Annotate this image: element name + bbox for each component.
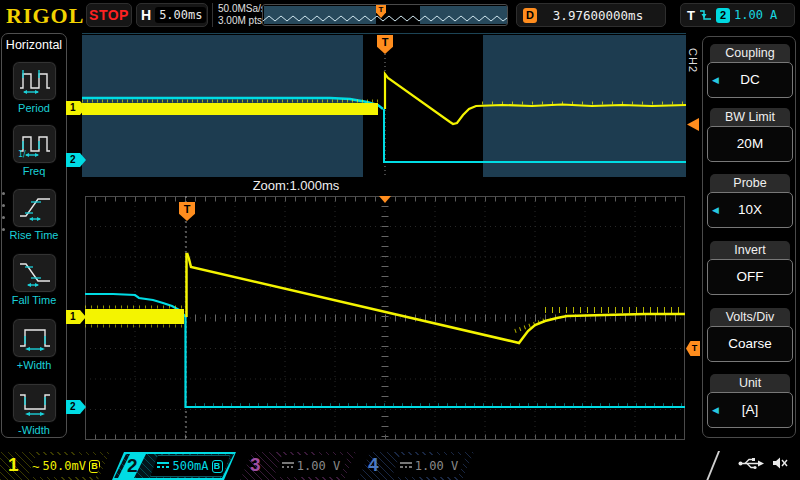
freq-label: Freq (2, 165, 66, 177)
bw-limit-value: 20M (737, 136, 763, 151)
ac-coupling-icon: ~ (32, 459, 40, 474)
menu-item-invert[interactable]: Invert OFF (703, 241, 797, 295)
zoom-ch2-position-marker[interactable]: 2 (66, 400, 86, 414)
left-menu-title: Horizontal (2, 38, 66, 52)
invert-title: Invert (710, 241, 790, 259)
dc-coupling-icon (157, 462, 169, 470)
run-state-indicator[interactable]: STOP (86, 3, 132, 27)
plus-width-icon (17, 322, 53, 354)
period-icon (17, 65, 53, 97)
bw-limit-title: BW Limit (710, 108, 790, 126)
zoom-waveform-plot (85, 196, 685, 440)
trigger-source-badge: 2 (716, 8, 730, 23)
oscilloscope-screen: RIGOL STOP H 5.00ms 50.0MSa/s 3.00M pts … (0, 0, 800, 480)
zoom-ch1-position-marker[interactable]: 1 (66, 310, 86, 324)
zoom-center-marker (379, 196, 391, 203)
bottom-bar-divider (706, 451, 720, 480)
zoom-waveform-area (85, 196, 685, 440)
channel2-bw-limit-badge: B (212, 460, 223, 473)
chevron-left-icon: ◀ (712, 63, 719, 97)
channel3-scale-value: 1.00 V (297, 459, 340, 473)
left-page-dot (2, 228, 5, 231)
horizontal-timebase-box[interactable]: H 5.00ms (136, 3, 208, 27)
channel4-number: 4 (368, 454, 379, 476)
freq-button[interactable]: 1/ (12, 124, 57, 164)
channel1-bw-limit-badge: B (89, 460, 100, 473)
left-function-menu: Horizontal Period 1/ Freq (1, 33, 67, 438)
volts-div-value: Coarse (728, 336, 772, 351)
unit-title: Unit (710, 374, 790, 392)
falling-edge-icon (699, 8, 712, 22)
menu-item-unit[interactable]: Unit ◀ [A] (703, 374, 797, 428)
main-waveform-area (82, 33, 686, 176)
unit-value: [A] (742, 402, 759, 417)
rise-time-label: Rise Time (2, 229, 66, 241)
minus-width-label: -Width (2, 424, 66, 436)
menu-item-volts-div[interactable]: Volts/Div Coarse (703, 308, 797, 362)
channel2-number-wedge: 2 (118, 454, 146, 478)
speaker-muted-icon[interactable] (772, 456, 789, 470)
chevron-left-icon: ◀ (712, 193, 719, 227)
waveform-overview-thumbnail: T (262, 4, 508, 26)
channel4-status-block[interactable]: 4 1.00 V (358, 452, 474, 480)
trigger-level-value: 1.00 A (734, 8, 777, 22)
delay-value: 3.97600000ms (537, 8, 659, 23)
run-state-label: STOP (89, 7, 129, 23)
menu-item-probe[interactable]: Probe ◀ 10X (703, 174, 797, 228)
channel-status-bar: 1 ~ 50.0mV B 2 500mA B 3 (0, 452, 800, 480)
channel2-scale-value: 500mA (172, 459, 208, 473)
fall-time-label: Fall Time (2, 294, 66, 306)
rise-time-icon (17, 192, 53, 224)
delay-label: D (523, 8, 537, 23)
plus-width-button[interactable] (12, 318, 57, 358)
invert-value: OFF (737, 269, 764, 284)
minus-width-button[interactable] (12, 383, 57, 423)
period-button[interactable] (12, 61, 57, 101)
right-softkey-menu: Coupling ◀ DC BW Limit 20M Probe ◀ 10X I… (702, 36, 796, 438)
chevron-left-icon: ◀ (712, 393, 719, 427)
menu-item-bw-limit[interactable]: BW Limit 20M (703, 108, 797, 162)
trigger-level-arrow[interactable] (687, 118, 699, 131)
delay-readout-box[interactable]: D 3.97600000ms (516, 3, 666, 27)
sample-rate: 50.0MSa/s (218, 3, 266, 15)
freq-icon: 1/ (17, 128, 53, 160)
dc-coupling-icon (282, 462, 294, 470)
period-label: Period (2, 102, 66, 114)
channel-vertical-label: CH2 (687, 48, 699, 73)
horizontal-label: H (141, 7, 151, 23)
channel3-status-block[interactable]: 3 1.00 V (240, 452, 356, 480)
probe-title: Probe (710, 174, 790, 192)
channel1-number: 1 (8, 454, 19, 476)
channel4-scale-value: 1.00 V (415, 459, 458, 473)
fall-time-button[interactable] (12, 253, 57, 293)
probe-value: 10X (738, 202, 762, 217)
channel1-scale-value: 50.0mV (43, 459, 86, 473)
timebase-value: 5.00ms (155, 7, 206, 23)
top-status-bar: RIGOL STOP H 5.00ms 50.0MSa/s 3.00M pts … (0, 0, 800, 31)
main-waveform-plot (82, 34, 686, 177)
channel3-number: 3 (250, 454, 261, 476)
zoom-trigger-level-marker[interactable]: T (686, 341, 700, 356)
dc-coupling-icon (400, 462, 412, 470)
channel2-number: 2 (127, 455, 138, 477)
left-page-dot (2, 192, 5, 195)
channel1-status-block[interactable]: 1 ~ 50.0mV B (0, 452, 110, 480)
zoom-scale-label: Zoom:1.000ms (196, 178, 396, 193)
channel2-status-block[interactable]: 2 500mA B (112, 452, 236, 480)
memory-depth: 3.00M pts (218, 15, 266, 27)
rise-time-button[interactable] (12, 188, 57, 228)
left-page-dot (2, 204, 5, 207)
fall-time-icon (17, 257, 53, 289)
trigger-label: T (687, 8, 695, 23)
acquisition-info: 50.0MSa/s 3.00M pts (212, 3, 266, 27)
trigger-readout-box[interactable]: T 2 1.00 A (680, 3, 795, 27)
channel2-inner: 2 500mA B (114, 454, 234, 478)
minus-width-icon (17, 387, 53, 419)
rigol-logo: RIGOL (6, 3, 84, 29)
svg-text:1/: 1/ (18, 150, 26, 159)
usb-icon[interactable] (738, 457, 764, 470)
plus-width-label: +Width (2, 359, 66, 371)
left-page-dot (2, 216, 5, 219)
coupling-value: DC (740, 72, 760, 87)
menu-item-coupling[interactable]: Coupling ◀ DC (703, 44, 797, 98)
